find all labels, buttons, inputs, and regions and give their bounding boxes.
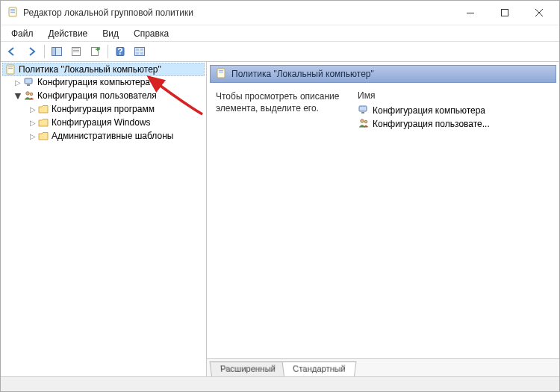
- list-item-user-config[interactable]: Конфигурация пользовате...: [358, 117, 552, 131]
- svg-rect-31: [219, 72, 223, 72]
- svg-text:?: ?: [117, 46, 122, 57]
- detail-header: Политика "Локальный компьютер": [210, 65, 556, 83]
- detail-list: Имя Конфигурация компьютера Конфигурация…: [358, 90, 552, 355]
- svg-rect-21: [140, 52, 143, 55]
- tab-standard[interactable]: Стандартный: [282, 361, 357, 376]
- tree-windows-config[interactable]: ▷ Конфигурация Windows: [1, 116, 206, 129]
- tree-pane[interactable]: Политика "Локальный компьютер" ▷ Конфигу…: [1, 62, 207, 376]
- detail-pane: Политика "Локальный компьютер" Чтобы про…: [207, 62, 559, 376]
- user-icon: [23, 90, 35, 102]
- window-title: Редактор локальной групповой политики: [23, 7, 453, 18]
- minimize-button[interactable]: [453, 1, 488, 24]
- svg-rect-25: [25, 78, 32, 84]
- menu-view[interactable]: Вид: [95, 27, 126, 40]
- svg-rect-11: [73, 49, 79, 49]
- tree-label: Конфигурация пользователя: [37, 90, 157, 101]
- svg-rect-29: [217, 69, 225, 78]
- svg-point-35: [364, 120, 367, 123]
- tree-admin-templates[interactable]: ▷ Административные шаблоны: [1, 129, 206, 143]
- svg-rect-12: [73, 50, 79, 51]
- statusbar: [1, 376, 559, 391]
- menubar: Файл Действие Вид Справка: [1, 25, 559, 41]
- tree-label: Конфигурация Windows: [52, 117, 151, 128]
- show-hide-tree-button[interactable]: [48, 43, 66, 60]
- toolbar-separator: [108, 45, 108, 58]
- tree-computer-config[interactable]: ▷ Конфигурация компьютера: [1, 75, 206, 89]
- svg-rect-9: [52, 48, 56, 56]
- chevron-down-icon[interactable]: ⯆: [13, 92, 23, 100]
- svg-rect-24: [8, 68, 13, 69]
- svg-rect-5: [502, 10, 508, 16]
- toolbar-separator: [44, 45, 45, 58]
- folder-icon: [38, 105, 49, 114]
- svg-rect-18: [136, 49, 139, 51]
- content-area: Политика "Локальный компьютер" ▷ Конфигу…: [1, 62, 559, 376]
- detail-header-title: Политика "Локальный компьютер": [231, 69, 374, 79]
- svg-rect-13: [73, 52, 79, 52]
- chevron-right-icon[interactable]: ▷: [28, 119, 38, 127]
- filter-button[interactable]: [131, 43, 149, 60]
- window-icon: [7, 6, 19, 20]
- computer-icon: [358, 104, 370, 118]
- tree-root-label: Политика "Локальный компьютер": [19, 64, 161, 75]
- close-button[interactable]: [522, 1, 556, 24]
- svg-rect-26: [27, 84, 30, 86]
- folder-icon: [38, 118, 49, 128]
- chevron-right-icon[interactable]: ▷: [13, 78, 23, 87]
- tree-root[interactable]: Политика "Локальный компьютер": [2, 63, 205, 76]
- list-item-label: Конфигурация компьютера: [373, 105, 485, 116]
- chevron-right-icon[interactable]: ▷: [28, 132, 38, 140]
- svg-rect-23: [8, 66, 13, 67]
- properties-button[interactable]: [67, 43, 85, 60]
- maximize-button[interactable]: [488, 1, 522, 24]
- svg-rect-4: [467, 13, 474, 13]
- svg-rect-1: [10, 9, 15, 10]
- svg-point-28: [30, 93, 33, 96]
- tree-software-config[interactable]: ▷ Конфигурация программ: [1, 102, 206, 116]
- forward-button[interactable]: [23, 43, 41, 60]
- back-button[interactable]: [4, 43, 22, 60]
- svg-rect-3: [10, 12, 15, 13]
- user-icon: [358, 117, 370, 131]
- help-button[interactable]: ?: [111, 43, 129, 60]
- toolbar: ?: [1, 41, 559, 62]
- titlebar: Редактор локальной групповой политики: [1, 1, 559, 25]
- svg-rect-20: [140, 49, 143, 51]
- folder-icon: [38, 131, 49, 141]
- tree-user-config[interactable]: ⯆ Конфигурация пользователя: [1, 89, 206, 102]
- tree-label: Конфигурация компьютера: [37, 77, 150, 87]
- column-header-name[interactable]: Имя: [358, 90, 552, 104]
- list-item-computer-config[interactable]: Конфигурация компьютера: [358, 104, 552, 117]
- scroll-icon: [4, 63, 16, 75]
- chevron-right-icon[interactable]: ▷: [28, 105, 38, 113]
- svg-rect-33: [361, 112, 364, 113]
- detail-description: Чтобы просмотреть описание элемента, выд…: [216, 90, 350, 355]
- menu-action[interactable]: Действие: [41, 27, 96, 40]
- svg-rect-32: [359, 106, 367, 111]
- tree-label: Конфигурация программ: [52, 104, 155, 114]
- list-item-label: Конфигурация пользовате...: [373, 119, 490, 129]
- detail-body: Чтобы просмотреть описание элемента, выд…: [207, 84, 559, 358]
- export-list-button[interactable]: [87, 43, 105, 60]
- svg-point-34: [361, 119, 364, 122]
- menu-file[interactable]: Файл: [4, 27, 41, 40]
- tree-label: Административные шаблоны: [52, 131, 173, 141]
- menu-help[interactable]: Справка: [126, 27, 176, 40]
- svg-point-27: [26, 92, 29, 95]
- scroll-icon: [215, 67, 227, 81]
- svg-rect-19: [136, 52, 139, 55]
- svg-rect-30: [219, 70, 223, 71]
- svg-rect-2: [10, 10, 15, 11]
- computer-icon: [23, 76, 35, 88]
- svg-rect-22: [7, 65, 14, 74]
- view-tabs: Расширенный Стандартный: [207, 358, 559, 376]
- tab-extended[interactable]: Расширенный: [209, 361, 286, 376]
